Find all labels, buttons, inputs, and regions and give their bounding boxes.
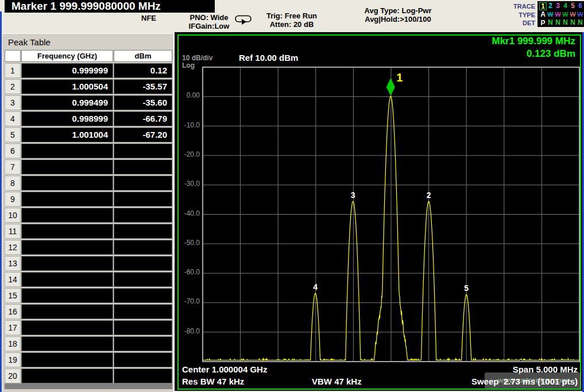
trace-number: 2 bbox=[548, 2, 552, 10]
marker-title-text: Marker 1 999.999080000 MHz bbox=[11, 0, 161, 12]
row-frequency bbox=[21, 368, 113, 383]
trace-type-indicator: W bbox=[570, 10, 575, 19]
peak-table: Frequency (GHz)dBm10.9999990.1221.000504… bbox=[5, 50, 172, 385]
trace-legend-trace-2[interactable]: 2WN bbox=[547, 2, 554, 27]
row-frequency bbox=[21, 352, 113, 367]
peak-table-row-8: 8 bbox=[5, 176, 172, 191]
row-dbm bbox=[114, 288, 172, 303]
peak-label-5: 5 bbox=[464, 284, 469, 293]
spectrum-display: Mkr1 999.999 MHz 0.123 dBm 10 dB/div Log… bbox=[175, 32, 583, 391]
graticule-plot: 12345 bbox=[202, 67, 580, 363]
row-frequency bbox=[21, 288, 113, 303]
row-index: 9 bbox=[5, 192, 21, 207]
row-dbm bbox=[114, 336, 172, 351]
row-frequency: 0.999999 bbox=[21, 63, 113, 78]
trace-legend-trace-1[interactable]: 1AP bbox=[539, 2, 547, 27]
row-index: 6 bbox=[5, 143, 21, 158]
y-tick--40.0: -40.0 bbox=[177, 209, 200, 218]
marker-1-diamond[interactable] bbox=[386, 78, 395, 96]
row-dbm bbox=[114, 272, 172, 287]
trace-type-indicator: A bbox=[540, 10, 546, 19]
row-index: 14 bbox=[5, 272, 21, 287]
peak-table-row-2: 21.000504-35.57 bbox=[5, 79, 172, 94]
header-dbm: dBm bbox=[114, 50, 172, 62]
peak-table-scrollbar[interactable] bbox=[5, 383, 172, 389]
row-frequency: 1.000504 bbox=[21, 79, 113, 94]
row-index: 10 bbox=[5, 208, 21, 223]
avg-type-line: Avg Type: Log-Pwr bbox=[343, 6, 452, 15]
scale-per-div-label: 10 dB/div bbox=[182, 54, 212, 62]
sweep-annotation: Sweep 2.73 ms (1001 pts) bbox=[471, 377, 578, 386]
peak-table-row-19: 19 bbox=[5, 352, 172, 367]
marker-ampl-readout: 0.123 dBm bbox=[492, 48, 575, 60]
trace-type-indicator: W bbox=[562, 10, 568, 19]
row-index: 18 bbox=[5, 336, 21, 351]
peak-table-row-9: 9 bbox=[5, 192, 172, 207]
trace-legend-trace-5[interactable]: 5WN bbox=[569, 2, 577, 27]
row-index: 16 bbox=[5, 304, 21, 319]
trace-detector-indicator: N bbox=[563, 18, 568, 27]
marker-readout: Mkr1 999.999 MHz 0.123 dBm bbox=[492, 35, 575, 60]
trace-detector-indicator: N bbox=[570, 18, 575, 27]
row-dbm bbox=[114, 352, 172, 367]
row-index: 17 bbox=[5, 320, 21, 335]
trace-type-indicator: W bbox=[577, 10, 583, 19]
trace-detector-indicator: P bbox=[540, 19, 545, 27]
row-frequency bbox=[21, 272, 113, 287]
trace-legend-trace-3[interactable]: 3WN bbox=[554, 2, 562, 27]
y-tick-0.00: 0.00 bbox=[177, 91, 200, 99]
trace-number: 5 bbox=[571, 2, 575, 10]
row-dbm bbox=[114, 320, 172, 335]
trace-detector-indicator: N bbox=[578, 18, 583, 27]
row-frequency: 0.999499 bbox=[21, 95, 113, 110]
peak-table-row-11: 11 bbox=[5, 224, 172, 239]
continuous-sweep-icon[interactable] bbox=[234, 14, 253, 25]
peak-table-row-12: 12 bbox=[5, 240, 172, 255]
y-tick--60.0: -60.0 bbox=[177, 268, 200, 276]
header-index bbox=[5, 50, 21, 62]
peak-table-row-1: 10.9999990.12 bbox=[5, 63, 172, 78]
ref-level-label: Ref 10.00 dBm bbox=[239, 53, 298, 63]
peak-table-row-15: 15 bbox=[5, 288, 172, 303]
row-index: 7 bbox=[5, 160, 21, 174]
trace-legend-box: 1AP2WN3WN4WN5WN6WN bbox=[537, 1, 584, 27]
log-scale-label: Log bbox=[182, 61, 195, 69]
peak-table-row-3: 30.999499-35.60 bbox=[5, 95, 172, 110]
row-frequency bbox=[21, 304, 113, 319]
row-dbm bbox=[114, 176, 172, 191]
row-frequency bbox=[21, 160, 113, 174]
row-dbm bbox=[114, 240, 172, 255]
center-freq-annotation: Center 1.000004 GHz bbox=[182, 364, 267, 374]
y-tick--80.0: -80.0 bbox=[177, 327, 200, 335]
peak-table-panel: Peak Table Frequency (GHz)dBm10.9999990.… bbox=[2, 33, 175, 392]
row-dbm: -66.79 bbox=[114, 111, 172, 126]
trace-legend-trace-4[interactable]: 4WN bbox=[562, 2, 569, 27]
y-tick--20.0: -20.0 bbox=[177, 150, 200, 158]
peak-table-row-17: 17 bbox=[5, 320, 172, 335]
row-dbm bbox=[114, 192, 172, 207]
pno-line: PNO: Wide bbox=[181, 13, 237, 22]
row-index: 19 bbox=[5, 352, 21, 367]
peak-table-title: Peak Table bbox=[8, 37, 51, 47]
row-frequency bbox=[21, 224, 113, 239]
trace-detector-indicator: N bbox=[548, 18, 553, 27]
row-dbm bbox=[114, 368, 172, 383]
row-dbm: -35.57 bbox=[114, 79, 172, 94]
peak-table-row-14: 14 bbox=[5, 272, 172, 287]
row-frequency bbox=[21, 176, 113, 191]
y-tick--10.0: -10.0 bbox=[177, 121, 200, 129]
header-frequency: Frequency (GHz) bbox=[21, 50, 113, 62]
peak-table-row-4: 40.998999-66.79 bbox=[5, 111, 172, 126]
marker-freq-readout: Mkr1 999.999 MHz bbox=[492, 35, 575, 48]
peak-table-header: Frequency (GHz)dBm bbox=[5, 50, 172, 62]
trace-legend-trace-6[interactable]: 6WN bbox=[577, 2, 584, 27]
avg-hold-line: Avg|Hold:>100/100 bbox=[343, 15, 452, 24]
row-frequency bbox=[21, 336, 113, 351]
pno-ifgain-indicator: PNO: Wide IFGain:Low bbox=[181, 13, 237, 30]
trace-type-indicator: W bbox=[555, 10, 560, 19]
row-index: 20 bbox=[5, 368, 21, 383]
trigger-atten-indicator: Trig: Free Run Atten: 20 dB bbox=[257, 11, 326, 29]
row-frequency bbox=[21, 143, 113, 158]
trace-row-label: TRACE bbox=[498, 2, 535, 11]
row-dbm bbox=[114, 160, 172, 174]
